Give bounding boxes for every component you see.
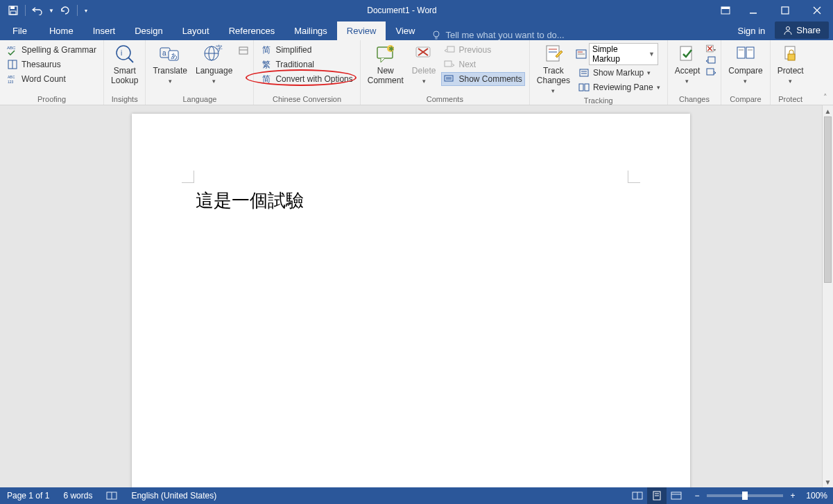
svg-rect-39 xyxy=(445,76,453,81)
accept-icon xyxy=(678,43,697,65)
zoom-in-button[interactable]: + xyxy=(787,490,798,501)
zoom-level[interactable]: 100% xyxy=(802,491,827,501)
title-bar: ▼ ▾ Document1 - Word xyxy=(0,0,833,21)
previous-comment-button[interactable]: Previous xyxy=(441,43,524,57)
dropdown-caret-icon: ▾ xyxy=(212,78,216,85)
update-ime-icon[interactable] xyxy=(238,44,249,55)
vertical-scrollbar[interactable]: ▲ ▼ xyxy=(822,105,833,487)
translate-button[interactable]: aあ Translate ▾ xyxy=(148,42,191,86)
next-change-button[interactable] xyxy=(705,67,716,78)
svg-rect-58 xyxy=(708,57,715,63)
page-number-status[interactable]: Page 1 of 1 xyxy=(0,491,56,501)
scroll-down-button[interactable]: ▼ xyxy=(823,476,833,487)
dropdown-caret-icon: ▾ xyxy=(685,78,689,85)
reject-button[interactable]: ▾ xyxy=(705,43,716,54)
protect-button[interactable]: Protect ▾ xyxy=(773,42,808,86)
next-comment-button[interactable]: Next xyxy=(441,58,524,71)
simplified-icon: 简 xyxy=(261,44,272,55)
show-markup-icon xyxy=(578,67,590,78)
previous-change-button[interactable] xyxy=(705,55,716,66)
quick-access-toolbar: ▼ ▾ xyxy=(0,3,90,18)
word-count-status[interactable]: 6 words xyxy=(56,491,99,501)
new-comment-icon: ✱ xyxy=(375,43,396,65)
language-status[interactable]: English (United States) xyxy=(124,491,223,501)
redo-button[interactable] xyxy=(58,3,73,18)
check-abc-icon: ABC xyxy=(7,44,18,55)
svg-rect-6 xyxy=(782,7,789,14)
page[interactable]: 這是一個試驗 xyxy=(132,114,690,487)
ribbon: ABC Spelling & Grammar Thesaurus ABC123 … xyxy=(0,40,833,105)
spelling-grammar-button[interactable]: ABC Spelling & Grammar xyxy=(4,43,99,57)
group-label-protect: Protect xyxy=(773,94,808,105)
tab-references[interactable]: References xyxy=(219,21,284,40)
tell-me-search[interactable]: Tell me what you want to do... xyxy=(424,30,728,40)
word-count-button[interactable]: ABC123 Word Count xyxy=(4,72,99,86)
show-markup-button[interactable]: Show Markup ▾ xyxy=(576,66,663,80)
print-layout-button[interactable] xyxy=(647,487,667,504)
group-comments: ✱ New Comment Delete ▾ Previous Next xyxy=(361,40,530,105)
tab-home[interactable]: Home xyxy=(40,21,83,40)
tab-mailings[interactable]: Mailings xyxy=(284,21,337,40)
scroll-thumb[interactable] xyxy=(824,116,832,283)
proofing-status[interactable] xyxy=(99,491,124,501)
qat-customize[interactable]: ▾ xyxy=(82,3,90,18)
scroll-up-button[interactable]: ▲ xyxy=(823,105,833,116)
save-button[interactable] xyxy=(6,3,21,18)
group-label-proofing: Proofing xyxy=(3,94,101,105)
dropdown-caret-icon: ▾ xyxy=(422,78,426,85)
read-mode-button[interactable] xyxy=(628,487,647,504)
new-comment-button[interactable]: ✱ New Comment xyxy=(363,42,408,87)
group-label-tracking: Tracking xyxy=(533,96,664,106)
delete-comment-button[interactable]: Delete ▾ xyxy=(408,42,440,86)
person-share-icon xyxy=(783,26,793,35)
svg-rect-73 xyxy=(671,492,681,499)
collapse-ribbon-button[interactable]: ˄ xyxy=(823,93,827,102)
group-label-chinese: Chinese Conversion xyxy=(257,94,357,105)
scroll-track[interactable] xyxy=(823,116,833,476)
svg-rect-37 xyxy=(447,46,454,52)
thesaurus-button[interactable]: Thesaurus xyxy=(4,58,99,71)
compare-button[interactable]: Compare ▾ xyxy=(724,42,766,86)
svg-rect-61 xyxy=(746,47,754,58)
tab-review[interactable]: Review xyxy=(337,21,386,40)
tab-view[interactable]: View xyxy=(386,21,424,40)
svg-rect-52 xyxy=(585,84,589,91)
smart-lookup-button[interactable]: i Smart Lookup xyxy=(107,42,142,87)
close-button[interactable] xyxy=(801,0,833,21)
track-changes-button[interactable]: Track Changes ▾ xyxy=(533,42,574,96)
previous-icon xyxy=(444,44,455,55)
markup-mode-combo[interactable]: Simple Markup ▼ xyxy=(589,43,658,65)
zoom-out-button[interactable]: − xyxy=(692,490,703,501)
svg-rect-59 xyxy=(707,69,714,75)
document-text[interactable]: 這是一個試驗 xyxy=(196,189,304,213)
tab-insert[interactable]: Insert xyxy=(83,21,126,40)
tab-layout[interactable]: Layout xyxy=(173,21,219,40)
show-comments-button[interactable]: Show Comments xyxy=(441,72,524,86)
svg-text:123: 123 xyxy=(8,80,14,84)
sign-in-link[interactable]: Sign in xyxy=(728,21,775,40)
language-button[interactable]: 字 Language ▾ xyxy=(191,42,237,86)
accept-button[interactable]: Accept ▾ xyxy=(671,42,705,86)
svg-rect-29 xyxy=(239,47,248,54)
simplified-button[interactable]: 简 Simplified xyxy=(258,43,355,57)
tab-design[interactable]: Design xyxy=(125,21,172,40)
maximize-button[interactable] xyxy=(769,0,801,21)
zoom-slider-thumb[interactable] xyxy=(742,492,748,500)
zoom-slider[interactable] xyxy=(707,494,783,497)
ribbon-display-options[interactable] xyxy=(714,0,737,21)
group-label-compare: Compare xyxy=(724,94,766,105)
undo-button[interactable] xyxy=(30,3,45,18)
minimize-button[interactable] xyxy=(737,0,769,21)
traditional-button[interactable]: 繁 Traditional xyxy=(258,58,355,71)
undo-dropdown[interactable]: ▼ xyxy=(48,3,55,18)
count-icon: ABC123 xyxy=(7,73,18,85)
group-label-changes: Changes xyxy=(671,94,719,105)
tab-file[interactable]: File xyxy=(0,21,40,40)
markup-mode-icon xyxy=(576,49,587,60)
reviewing-pane-button[interactable]: Reviewing Pane ▾ xyxy=(576,80,663,94)
web-layout-button[interactable] xyxy=(667,487,686,504)
group-tracking: Track Changes ▾ Simple Markup ▼ Show Mar… xyxy=(530,40,668,105)
svg-point-9 xyxy=(433,31,439,37)
share-button[interactable]: Share xyxy=(775,21,829,39)
convert-with-options-button[interactable]: 简 Convert with Options xyxy=(258,72,355,86)
